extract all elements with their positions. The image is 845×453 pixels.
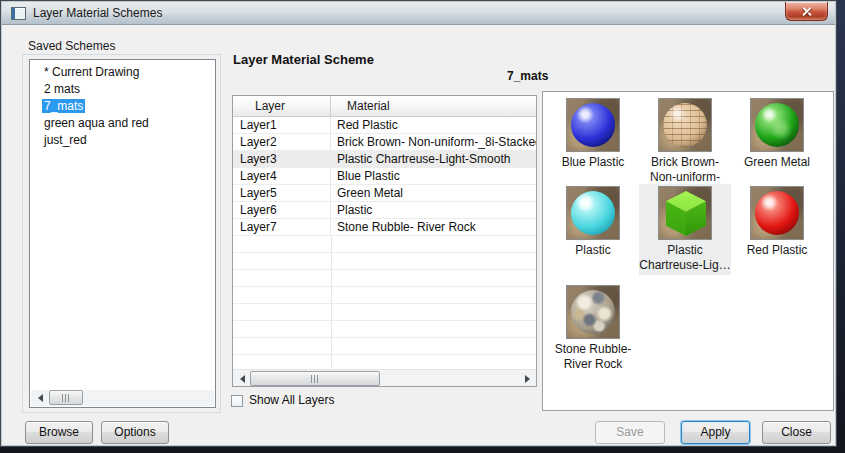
stone-texture-sphere-thumbnail[interactable] <box>566 285 620 339</box>
current-scheme-name: 7_mats <box>507 69 548 83</box>
red-plastic-sphere-thumbnail[interactable] <box>750 186 804 240</box>
table-horizontal-scrollbar[interactable] <box>233 369 536 386</box>
close-icon <box>801 6 812 17</box>
show-all-layers-checkbox[interactable] <box>231 395 243 407</box>
browse-button[interactable]: Browse <box>25 421 93 444</box>
scrollbar-thumb[interactable] <box>250 371 380 386</box>
material-tile[interactable]: Stone Rubble-River Rock <box>547 283 639 372</box>
brick-texture-sphere-thumbnail[interactable] <box>658 98 712 152</box>
save-button[interactable]: Save <box>595 421 665 444</box>
empty-rows-area <box>233 236 536 369</box>
window-title: Layer Material Schemes <box>33 6 162 20</box>
table-row[interactable]: Layer1 Red Plastic <box>233 117 536 134</box>
table-row-highlighted[interactable]: Layer3 Plastic Chartreuse-Light-Smooth <box>233 151 536 168</box>
table-header: Layer Material <box>233 96 536 117</box>
table-row[interactable]: Layer4 Blue Plastic <box>233 168 536 185</box>
scrollbar-left-arrow-icon[interactable] <box>31 390 47 405</box>
table-row[interactable]: Layer7 Stone Rubble- River Rock <box>233 219 536 236</box>
table-row[interactable]: Layer5 Green Metal <box>233 185 536 202</box>
table-row[interactable]: Layer2 Brick Brown- Non-uniform-_8i-Stac… <box>233 134 536 151</box>
titlebar[interactable]: Layer Material Schemes <box>2 2 835 25</box>
column-header-layer[interactable]: Layer <box>233 96 331 116</box>
scheme-list-item[interactable]: just_red <box>30 132 215 149</box>
show-all-layers-label: Show All Layers <box>249 393 334 407</box>
cyan-plastic-sphere-thumbnail[interactable] <box>566 186 620 240</box>
column-header-material[interactable]: Material <box>331 96 536 116</box>
blue-plastic-sphere-thumbnail[interactable] <box>566 98 620 152</box>
material-tile[interactable]: Blue Plastic <box>547 96 639 170</box>
apply-button[interactable]: Apply <box>681 421 750 444</box>
scheme-list-item[interactable]: * Current Drawing <box>30 64 215 81</box>
app-icon <box>11 7 26 20</box>
table-row[interactable]: Layer6 Plastic <box>233 202 536 219</box>
material-tile[interactable]: Green Metal <box>731 96 823 170</box>
material-tile-selected[interactable]: PlasticChartreuse-Lig… <box>639 184 731 275</box>
scrollbar-left-arrow-icon[interactable] <box>233 371 249 386</box>
layer-material-schemes-dialog: Layer Material Schemes Saved Schemes * C… <box>0 0 837 447</box>
scheme-list-item-selected[interactable]: 7_mats <box>30 98 215 115</box>
saved-schemes-list[interactable]: * Current Drawing 2 mats 7_mats green aq… <box>29 59 216 408</box>
scheme-list-item[interactable]: green aqua and red <box>30 115 215 132</box>
green-cube-thumbnail[interactable] <box>658 186 712 240</box>
page-title: Layer Material Scheme <box>233 52 374 67</box>
close-button[interactable] <box>785 2 828 21</box>
material-tile[interactable]: Red Plastic <box>731 184 823 258</box>
layer-material-table[interactable]: Layer Material Layer1 Red Plastic Layer2… <box>232 95 537 387</box>
scrollbar-right-arrow-icon[interactable] <box>520 371 536 386</box>
saved-schemes-label: Saved Schemes <box>28 39 115 53</box>
materials-panel: Blue Plastic Brick Brown-Non-uniform-_8…… <box>542 91 834 411</box>
options-button[interactable]: Options <box>101 421 169 444</box>
scrollbar-thumb[interactable] <box>49 390 83 405</box>
schemes-horizontal-scrollbar[interactable] <box>31 390 214 406</box>
close-dialog-button[interactable]: Close <box>762 421 831 444</box>
scheme-list-item[interactable]: 2 mats <box>30 81 215 98</box>
green-metal-sphere-thumbnail[interactable] <box>750 98 804 152</box>
material-tile[interactable]: Plastic <box>547 184 639 258</box>
